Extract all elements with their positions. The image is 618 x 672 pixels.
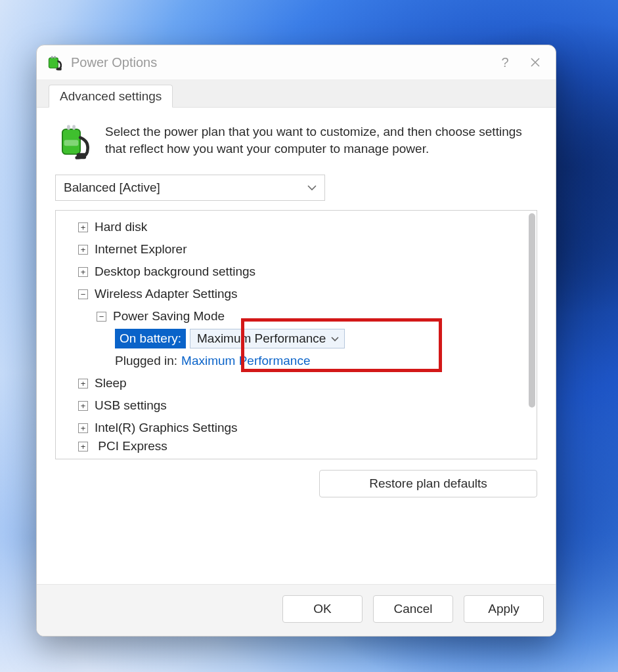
tree-node-sleep[interactable]: + Sleep — [60, 372, 521, 394]
plugged-in-label: Plugged in: — [115, 354, 177, 368]
dialog-footer: OK Cancel Apply — [37, 584, 556, 636]
on-battery-value-select[interactable]: Maximum Performance — [190, 329, 345, 348]
tabstrip: Advanced settings — [37, 79, 556, 108]
intro-row: Select the power plan that you want to c… — [55, 122, 537, 160]
tree-label: Intel(R) Graphics Settings — [95, 421, 238, 435]
settings-tree: + Hard disk + Internet Explorer + Deskto… — [55, 210, 537, 459]
expand-icon[interactable]: + — [78, 222, 88, 232]
plugged-in-value[interactable]: Maximum Performance — [181, 354, 310, 368]
tab-advanced-settings[interactable]: Advanced settings — [49, 85, 173, 108]
tree-node-pci-express[interactable]: + PCI Express — [60, 439, 521, 457]
tree-label: USB settings — [95, 398, 167, 413]
svg-rect-5 — [67, 125, 70, 130]
collapse-icon[interactable]: − — [78, 289, 88, 299]
tree-label: Wireless Adapter Settings — [95, 287, 238, 301]
svg-rect-3 — [57, 68, 62, 70]
tree-node-usb-settings[interactable]: + USB settings — [60, 394, 521, 417]
tree-label: Desktop background settings — [95, 264, 255, 279]
tree-node-intel-graphics[interactable]: + Intel(R) Graphics Settings — [60, 417, 521, 439]
expand-icon[interactable]: + — [78, 245, 88, 255]
svg-rect-6 — [72, 125, 76, 130]
svg-rect-0 — [49, 58, 58, 68]
expand-icon[interactable]: + — [78, 267, 88, 277]
tree-label: PCI Express — [98, 439, 167, 453]
chevron-down-icon — [307, 184, 317, 191]
tree-node-plugged-in[interactable]: Plugged in: Maximum Performance — [60, 350, 521, 372]
on-battery-label: On battery: — [115, 329, 186, 348]
content-area: Select the power plan that you want to c… — [37, 108, 556, 584]
tree-label: Internet Explorer — [95, 242, 187, 257]
tree-node-internet-explorer[interactable]: + Internet Explorer — [60, 238, 521, 261]
apply-button[interactable]: Apply — [464, 595, 544, 623]
tree-label: Hard disk — [95, 220, 147, 234]
help-button[interactable]: ? — [490, 47, 520, 77]
collapse-icon[interactable]: − — [97, 312, 106, 322]
expand-icon[interactable]: + — [78, 401, 88, 411]
cancel-button[interactable]: Cancel — [373, 595, 453, 623]
battery-plug-icon — [55, 122, 93, 160]
tree-node-desktop-background[interactable]: + Desktop background settings — [60, 261, 521, 283]
expand-icon[interactable]: + — [78, 442, 88, 452]
tree-node-hard-disk[interactable]: + Hard disk — [60, 216, 521, 238]
titlebar: Power Options ? — [37, 45, 556, 79]
svg-rect-2 — [54, 56, 56, 58]
tree-node-on-battery[interactable]: On battery: Maximum Performance — [60, 327, 521, 350]
expand-icon[interactable]: + — [78, 423, 88, 433]
tree-node-wireless-adapter[interactable]: − Wireless Adapter Settings — [60, 283, 521, 305]
scrollbar-thumb[interactable] — [529, 213, 535, 408]
close-button[interactable] — [520, 47, 550, 77]
power-plan-select[interactable]: Balanced [Active] — [55, 175, 325, 201]
restore-plan-defaults-button[interactable]: Restore plan defaults — [319, 470, 537, 497]
tree-node-power-saving-mode[interactable]: − Power Saving Mode — [60, 305, 521, 327]
tree-label: Power Saving Mode — [113, 309, 225, 324]
expand-icon[interactable]: + — [78, 379, 88, 388]
power-options-icon — [46, 53, 64, 72]
svg-rect-1 — [51, 56, 53, 58]
tree-label: Sleep — [95, 376, 127, 390]
svg-rect-8 — [77, 153, 87, 159]
ok-button[interactable]: OK — [282, 595, 363, 623]
plan-selected-value: Balanced [Active] — [64, 180, 160, 195]
power-options-dialog: Power Options ? Advanced settings Select… — [36, 45, 556, 637]
chevron-down-icon — [331, 336, 339, 342]
tree-scrollbar[interactable] — [529, 213, 535, 456]
on-battery-value: Maximum Performance — [197, 331, 326, 346]
svg-rect-7 — [64, 140, 79, 146]
intro-description: Select the power plan that you want to c… — [105, 122, 537, 160]
window-title: Power Options — [71, 55, 157, 70]
